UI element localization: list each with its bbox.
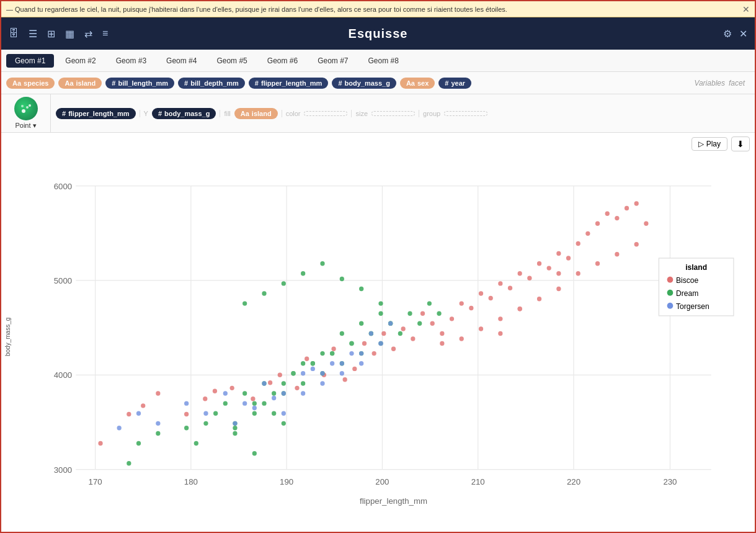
svg-point-137: [282, 281, 286, 285]
var-tag-sex[interactable]: Aasex: [400, 78, 435, 89]
svg-point-153: [282, 391, 286, 395]
svg-point-70: [615, 216, 619, 220]
svg-point-147: [156, 421, 160, 426]
svg-point-143: [252, 451, 257, 455]
variables-bar: Aaspecies Aaisland #bill_length_mm #bill…: [1, 72, 755, 94]
list-icon[interactable]: ≡: [102, 28, 108, 39]
svg-text:230: 230: [663, 477, 677, 486]
header-right: ⚙ ✕: [723, 28, 747, 40]
svg-point-172: [272, 396, 276, 400]
svg-point-88: [127, 461, 131, 465]
svg-point-57: [489, 296, 493, 300]
var-tag-bill-length[interactable]: #bill_length_mm: [105, 78, 174, 89]
svg-point-131: [320, 351, 324, 356]
svg-point-3: [21, 105, 24, 107]
play-button[interactable]: ▷ Play: [692, 137, 727, 151]
svg-point-114: [407, 311, 412, 315]
svg-point-65: [566, 256, 571, 260]
facet-label: facet: [729, 79, 745, 87]
svg-point-77: [556, 287, 561, 291]
bar-chart-icon[interactable]: ▦: [65, 28, 74, 40]
group-dropzone[interactable]: [444, 111, 487, 116]
svg-point-33: [213, 389, 217, 393]
y-axis-label: Y: [140, 110, 148, 117]
color-dropzone[interactable]: [304, 111, 347, 116]
svg-point-39: [305, 357, 309, 361]
svg-point-86: [460, 336, 464, 341]
svg-point-48: [401, 326, 406, 331]
svg-point-61: [527, 276, 531, 280]
svg-point-80: [615, 252, 619, 256]
var-tag-body-mass[interactable]: #body_mass_g: [332, 78, 396, 89]
close-icon[interactable]: ✕: [739, 28, 747, 40]
svg-point-141: [359, 287, 363, 291]
table-add-icon[interactable]: ⊞: [47, 28, 55, 40]
svg-point-1: [26, 106, 29, 109]
svg-point-94: [213, 411, 218, 416]
svg-point-44: [362, 341, 367, 346]
geom-tab-5[interactable]: Geom #5: [208, 54, 256, 68]
download-button[interactable]: ⬇: [731, 137, 750, 151]
var-tag-flipper-length[interactable]: #flipper_length_mm: [249, 78, 329, 89]
svg-point-63: [547, 266, 551, 270]
svg-point-139: [320, 261, 324, 266]
svg-point-155: [311, 367, 315, 371]
svg-text:170: 170: [89, 477, 102, 486]
svg-text:Dream: Dream: [676, 289, 698, 298]
svg-point-42: [343, 377, 347, 382]
svg-point-161: [369, 331, 373, 336]
svg-point-165: [301, 391, 305, 395]
scatter-plot: .grid-line { stroke: #e8e8e8; stroke-wid…: [38, 139, 749, 516]
geom-tab-1[interactable]: Geom #1: [6, 54, 54, 68]
var-tag-island[interactable]: Aaisland: [58, 78, 102, 89]
svg-point-45: [372, 351, 376, 356]
geom-tab-4[interactable]: Geom #4: [158, 54, 205, 68]
svg-point-66: [576, 241, 580, 246]
svg-point-55: [469, 306, 473, 310]
geom-tab-2[interactable]: Geom #2: [56, 54, 104, 68]
svg-point-164: [282, 411, 286, 416]
svg-point-93: [203, 421, 208, 426]
svg-point-128: [262, 401, 266, 405]
var-tag-bill-depth[interactable]: #bill_depth_mm: [178, 78, 245, 89]
svg-point-103: [301, 381, 305, 385]
svg-point-100: [272, 411, 276, 416]
variables-label: Variables: [694, 79, 725, 87]
var-tag-species[interactable]: Aaspecies: [6, 78, 55, 89]
geom-tab-3[interactable]: Geom #3: [107, 54, 155, 68]
svg-text:Biscoe: Biscoe: [676, 276, 698, 285]
svg-point-127: [233, 426, 237, 430]
db-icon[interactable]: 🗄: [9, 28, 19, 39]
svg-point-145: [117, 426, 122, 430]
svg-point-43: [352, 367, 357, 371]
svg-point-69: [605, 211, 610, 215]
table-icon[interactable]: ☰: [29, 28, 37, 40]
svg-point-132: [340, 331, 344, 336]
geom-tab-7[interactable]: Geom #7: [309, 54, 357, 68]
close-banner-button[interactable]: ✕: [742, 4, 750, 14]
svg-point-92: [194, 441, 198, 446]
size-dropzone[interactable]: [371, 111, 415, 116]
geom-type-label[interactable]: Point ▾: [15, 122, 36, 130]
settings-icon[interactable]: ⚙: [723, 28, 732, 40]
banner-text: — Quand tu regarderas le ciel, la nuit, …: [6, 6, 507, 13]
svg-text:200: 200: [375, 477, 389, 486]
filter-icon[interactable]: ⇄: [84, 28, 92, 40]
svg-point-116: [427, 301, 432, 305]
svg-point-29: [141, 403, 145, 408]
y-axis-var[interactable]: #body_mass_g: [152, 108, 216, 119]
geom-tab-8[interactable]: Geom #8: [360, 54, 407, 68]
fill-var[interactable]: Aaisland: [234, 108, 278, 119]
svg-point-177: [667, 290, 674, 296]
geom-tab-6[interactable]: Geom #6: [259, 54, 306, 68]
fill-label: fill: [220, 110, 230, 117]
var-tag-year[interactable]: #year: [438, 78, 471, 89]
svg-point-82: [556, 271, 561, 275]
geom-selector[interactable]: Point ▾: [1, 94, 51, 132]
svg-point-68: [595, 222, 600, 226]
svg-point-123: [330, 351, 334, 356]
x-axis-var[interactable]: #flipper_length_mm: [56, 108, 136, 119]
color-label: color: [282, 110, 301, 117]
svg-point-53: [450, 316, 454, 321]
svg-point-34: [230, 386, 234, 390]
